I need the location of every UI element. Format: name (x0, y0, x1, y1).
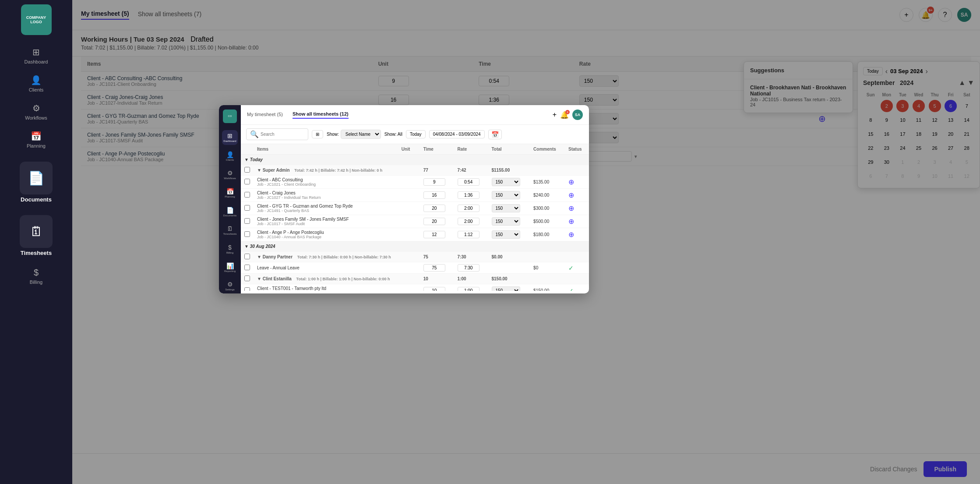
inner-nav-workflows[interactable]: ⚙ Workflows (222, 167, 238, 182)
col-items: Items (254, 144, 398, 155)
inner-status-check-clint: ✓ (568, 287, 574, 291)
inner-status-circle-2: ⊕ (568, 205, 574, 212)
inner-time-3[interactable] (458, 218, 479, 225)
group-super-admin: ▼ Super Admin Total: 7:42 h | Billable: … (241, 165, 589, 176)
inner-time-2[interactable] (458, 205, 479, 212)
inner-client-clint: Client - TEST001 - Tamworth pty ltd (257, 286, 395, 291)
row-check[interactable] (244, 231, 250, 237)
inner-search-input[interactable] (261, 132, 304, 137)
group-time-danny1: 7:30 (454, 252, 488, 262)
sidebar-item-clients[interactable]: 👤 Clients (0, 70, 72, 98)
row-check[interactable] (244, 205, 250, 211)
inner-unit-0[interactable] (423, 178, 445, 186)
show-select-wrapper: Show: Select Name (327, 130, 381, 139)
inner-planning-icon: 📅 (226, 188, 234, 195)
inner-unit-leave-1[interactable] (423, 264, 445, 272)
inner-date-range[interactable]: 04/08/2024 - 03/09/2024 (429, 130, 485, 138)
inner-total-3: $500.00 (533, 219, 549, 224)
inner-rate-clint[interactable]: 150 (492, 286, 520, 291)
inner-clients-icon: 👤 (226, 151, 234, 158)
inner-rate-3[interactable]: 150 (492, 217, 520, 226)
inner-filter-button[interactable]: ⊞ (312, 130, 323, 138)
inner-nav-reporting[interactable]: 📊 Reporting (222, 260, 238, 275)
group-unit-superadmin: 77 (420, 165, 454, 176)
sidebar-item-billing[interactable]: $ Billing (0, 262, 72, 290)
col-time: Time (420, 144, 454, 155)
date-section-today: ▼ Today (241, 155, 589, 165)
sidebar-item-timesheets[interactable]: 🗓 Timesheets (0, 211, 72, 261)
sidebar-item-dashboard[interactable]: ⊞ Dashboard (0, 42, 72, 70)
group-unit-clint: 10 (420, 274, 454, 284)
row-check[interactable] (244, 179, 250, 184)
inner-table-row: Client - Ange P - Ange Postecogliu Job -… (241, 228, 589, 241)
dashboard-icon: ⊞ (32, 47, 40, 57)
inner-notification-bell[interactable]: 🔔 9 (560, 111, 569, 119)
inner-nav-settings[interactable]: ⚙ Settings (222, 279, 238, 293)
inner-today-button[interactable]: Today (406, 130, 426, 138)
inner-time-clint[interactable] (458, 287, 479, 291)
group-name-clint: ▼ Clint Estanilla (257, 276, 292, 281)
inner-client-3: Client - Jones Family SM - Jones Family … (257, 217, 395, 222)
inner-unit-clint[interactable] (423, 287, 445, 291)
inner-time-leave-1[interactable] (458, 264, 479, 272)
inner-rate-0[interactable]: 150 (492, 178, 520, 186)
inner-tab-my[interactable]: My timesheet (5) (247, 112, 283, 118)
row-check[interactable] (244, 192, 250, 198)
row-check[interactable] (244, 287, 250, 291)
inner-app-modal: CO ⊞ Dashboard 👤 Clients ⚙ Workflows 📅 P… (219, 105, 589, 293)
inner-rate-2[interactable]: 150 (492, 204, 520, 212)
inner-sidebar: CO ⊞ Dashboard 👤 Clients ⚙ Workflows 📅 P… (219, 105, 241, 293)
inner-rate-4[interactable]: 150 (492, 230, 520, 239)
inner-table-scroll[interactable]: Items Unit Time Rate Total Comments Stat… (241, 144, 589, 291)
inner-job-1: Job - JC1027 - Individual Tax Return (257, 195, 395, 200)
inner-nav-dashboard[interactable]: ⊞ Dashboard (222, 130, 238, 145)
planning-icon: 📅 (31, 131, 42, 141)
inner-time-4[interactable] (458, 231, 479, 238)
show-all-wrapper: Show: All (384, 132, 402, 137)
col-rate: Rate (454, 144, 488, 155)
inner-unit-2[interactable] (423, 205, 445, 212)
group-clint: ▼ Clint Estanilla Total: 1:00 h | Billab… (241, 274, 589, 284)
inner-nav-documents[interactable]: 📄 Documents (222, 204, 238, 219)
group-totals-superadmin: Total: 7:42 h | Billable: 7:42 h | Non-b… (294, 168, 382, 173)
inner-status-circle-1: ⊕ (568, 191, 574, 199)
row-check[interactable] (244, 265, 250, 270)
inner-client-0: Client - ABC Consulting (257, 177, 395, 182)
col-check (241, 144, 254, 155)
inner-nav-timesheets[interactable]: 🗓 Timesheets (222, 223, 238, 237)
sidebar-item-workflows[interactable]: ⚙ Workflows (0, 98, 72, 126)
group-totals-clint: Total: 1:00 h | Billable: 1:00 h | Non-b… (296, 277, 390, 281)
inner-leave-1: Leave - Annual Leave (257, 265, 395, 270)
inner-reporting-icon: 📊 (226, 262, 234, 269)
inner-nav-planning[interactable]: 📅 Planning (222, 186, 238, 201)
inner-time-1[interactable] (458, 191, 479, 199)
timesheets-icon-box: 🗓 (20, 215, 53, 248)
inner-total-1: $240.00 (533, 193, 549, 198)
inner-avatar[interactable]: SA (572, 110, 583, 120)
timesheets-icon: 🗓 (30, 224, 43, 239)
inner-rate-1[interactable]: 150 (492, 191, 520, 199)
inner-time-0[interactable] (458, 178, 479, 186)
row-check[interactable] (244, 218, 250, 224)
inner-tab-all[interactable]: Show all timesheets (12) (293, 111, 349, 119)
group-check-clint[interactable] (244, 276, 250, 281)
inner-unit-3[interactable] (423, 218, 445, 225)
group-total-danny1: $0.00 (488, 252, 530, 262)
inner-job-4: Job - JC1040 - Annual BAS Package (257, 235, 395, 239)
group-total-clint: $150.00 (488, 274, 530, 284)
inner-nav-billing[interactable]: $ Billing (222, 241, 238, 256)
inner-unit-1[interactable] (423, 191, 445, 199)
inner-add-button[interactable]: + (553, 111, 557, 119)
group-name-superadmin: ▼ Super Admin (257, 168, 290, 173)
sidebar-item-documents[interactable]: 📄 Documents (0, 157, 72, 207)
date-section-aug30: ▼ 30 Aug 2024 (241, 241, 589, 252)
sidebar-item-planning[interactable]: 📅 Planning (0, 126, 72, 154)
group-check-danny1[interactable] (244, 254, 250, 259)
inner-calendar-icon[interactable]: 📅 (488, 130, 502, 139)
inner-search-box[interactable]: 🔍 (246, 128, 308, 140)
show-name-select[interactable]: Select Name (341, 130, 381, 139)
inner-nav-clients[interactable]: 👤 Clients (222, 148, 238, 163)
group-check-superadmin[interactable] (244, 167, 250, 173)
inner-unit-4[interactable] (423, 231, 445, 238)
inner-header-right: + 🔔 9 SA (553, 110, 583, 120)
